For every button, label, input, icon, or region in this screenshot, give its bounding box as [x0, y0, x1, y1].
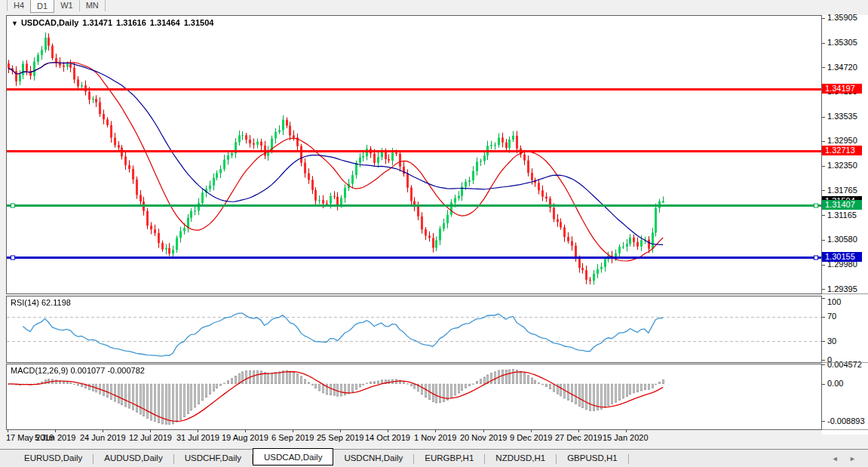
- date-label: 15 Jan 2020: [603, 433, 649, 442]
- tab-scroll-right-icon[interactable]: ►: [849, 455, 856, 462]
- date-tick: [55, 430, 56, 432]
- rsi-panel: RSI(14) 62.1198: [6, 296, 822, 363]
- date-tick: [435, 430, 436, 432]
- date-label: 24 Jun 2019: [80, 433, 126, 442]
- hline-price-tag: 1.34197: [822, 84, 862, 94]
- symbol-tab-nzdusd[interactable]: NZDUSD,H1: [485, 450, 556, 465]
- timeframe-tab-h4[interactable]: H4: [7, 0, 31, 11]
- date-label: 12 Jul 2019: [129, 433, 172, 442]
- tab-separator: [628, 454, 629, 464]
- date-label: 1 Nov 2019: [414, 433, 456, 442]
- hline-price-tag: 1.32713: [822, 146, 862, 155]
- date-label: 31 Jul 2019: [176, 433, 219, 442]
- date-tick: [293, 430, 293, 432]
- price-axis[interactable]: 1.359051.353051.347201.341351.335351.329…: [822, 15, 868, 435]
- symbol-tab-audusd[interactable]: AUDUSD,Daily: [94, 450, 173, 465]
- date-label: 19 Aug 2019: [222, 433, 268, 442]
- date-label: 5 Jun 2019: [35, 433, 75, 442]
- timeframe-tab-mn[interactable]: MN: [80, 0, 106, 11]
- mt4-window: { "window": { "timeframe_tabs": [ {"labe…: [0, 0, 868, 467]
- axis-separator: [822, 429, 868, 430]
- date-label: 27 Dec 2019: [555, 433, 602, 442]
- date-tick: [150, 430, 151, 432]
- date-tick: [103, 430, 103, 432]
- macd-canvas[interactable]: [7, 364, 821, 429]
- hline-price-tag: 1.30155: [822, 252, 862, 262]
- hline-price-tag: 1.31407: [822, 200, 862, 210]
- price-chart-canvas[interactable]: [7, 16, 821, 293]
- tab-scroll-arrows: ◄ ►: [823, 455, 856, 462]
- symbol-tabstrip: EURUSD,DailyAUDUSD,DailyUSDCHF,DailyUSDC…: [0, 449, 868, 467]
- date-label: 25 Sep 2019: [317, 433, 363, 442]
- date-tick: [578, 430, 579, 432]
- date-label: 20 Nov 2019: [460, 433, 507, 442]
- axis-separator: [822, 293, 868, 294]
- date-tick: [198, 430, 198, 432]
- symbol-tab-usdcad[interactable]: USDCAD,Daily: [253, 448, 333, 465]
- timeframe-tabstrip: H4D1W1MN: [0, 0, 868, 13]
- date-tick: [531, 430, 532, 432]
- date-tick: [626, 430, 627, 432]
- timeframe-tab-w1[interactable]: W1: [54, 0, 80, 11]
- date-tick: [8, 430, 8, 432]
- symbol-tab-eurusd[interactable]: EURUSD,Daily: [14, 450, 93, 465]
- date-tick: [340, 430, 341, 432]
- symbol-tab-eurgbp[interactable]: EURGBP,H1: [414, 450, 484, 465]
- symbol-tab-usdcnh[interactable]: USDCNH,Daily: [333, 450, 413, 465]
- axis-separator: [822, 362, 868, 363]
- date-label: 9 Dec 2019: [510, 433, 552, 442]
- date-axis[interactable]: 17 May 20195 Jun 201924 Jun 201912 Jul 2…: [6, 430, 822, 445]
- date-tick: [483, 430, 484, 432]
- symbol-tab-gbpusd[interactable]: GBPUSD,H1: [557, 450, 627, 465]
- date-tick: [388, 430, 388, 432]
- date-label: 6 Sep 2019: [271, 433, 314, 442]
- date-tick: [245, 430, 246, 432]
- price-chart-panel: ▼USDCAD,Daily1.314711.316161.314641.3150…: [6, 15, 822, 294]
- symbol-tab-usdchf[interactable]: USDCHF,Daily: [174, 450, 252, 465]
- tab-scroll-left-icon[interactable]: ◄: [832, 455, 839, 462]
- timeframe-tab-d1[interactable]: D1: [30, 0, 54, 13]
- rsi-canvas[interactable]: [7, 296, 821, 362]
- date-label: 14 Oct 2019: [365, 433, 410, 442]
- macd-panel: MACD(12,26,9) 0.001077 -0.000782: [6, 364, 822, 430]
